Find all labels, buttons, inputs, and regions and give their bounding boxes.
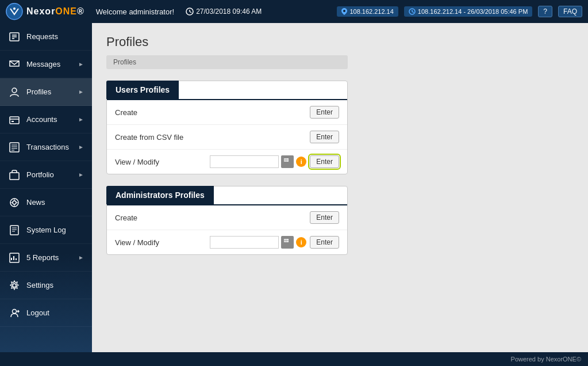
- footer-text: Powered by NexorONE©: [511, 356, 581, 363]
- admin-create-label: Create: [115, 214, 310, 222]
- create-label: Create: [115, 108, 310, 117]
- svg-rect-29: [10, 226, 18, 235]
- sidebar-item-portfolio[interactable]: Portfolio ►: [0, 161, 92, 189]
- header-ip: 108.162.212.14: [337, 6, 398, 17]
- table-row: View / Modify i Enter: [107, 230, 347, 254]
- content-area: Profiles Profiles Users Profiles Create …: [92, 23, 588, 352]
- header-session: 108.162.212.14 - 26/03/2018 05:46 PM: [404, 6, 532, 17]
- logo-text: NexorONE®: [26, 6, 84, 17]
- view-modify-input[interactable]: [210, 155, 279, 168]
- admin-view-modify-search-icon[interactable]: [281, 236, 294, 249]
- admin-profiles-header: Administrators Profiles: [106, 186, 214, 204]
- svg-rect-17: [10, 143, 19, 152]
- sidebar-label-logout: Logout: [26, 308, 84, 317]
- session-text: 108.162.212.14 - 26/03/2018 05:46 PM: [418, 8, 528, 15]
- table-row: Create Enter: [107, 205, 347, 230]
- svg-rect-14: [10, 117, 19, 124]
- reports-arrow-icon: ►: [78, 254, 84, 261]
- accounts-icon: [8, 113, 21, 126]
- svg-rect-22: [10, 173, 19, 180]
- header: NexorONE® Welcome administrator! 27/03/2…: [0, 0, 588, 23]
- transactions-icon: [8, 141, 21, 154]
- users-profiles-section: Users Profiles Create Enter Create from …: [106, 81, 348, 174]
- sidebar-item-transactions[interactable]: Transactions ►: [0, 134, 92, 161]
- system-log-icon: [8, 224, 21, 237]
- sidebar-label-system-log: System Log: [26, 226, 84, 234]
- svg-point-38: [13, 309, 17, 313]
- messages-icon: [8, 58, 21, 71]
- admin-view-modify-input[interactable]: [210, 236, 279, 249]
- sidebar-item-logout[interactable]: Logout: [0, 299, 92, 327]
- svg-line-4: [190, 12, 191, 13]
- logo-area: NexorONE®: [6, 3, 84, 20]
- svg-rect-16: [11, 121, 14, 122]
- main-layout: Requests Messages ► Profiles ► Accounts …: [0, 23, 588, 352]
- admin-view-modify-label: View / Modify: [115, 238, 210, 247]
- accounts-arrow-icon: ►: [78, 116, 84, 123]
- sidebar-label-profiles: Profiles: [26, 87, 78, 96]
- users-view-modify-enter-button[interactable]: Enter: [310, 155, 339, 168]
- sidebar-label-settings: Settings: [26, 281, 84, 289]
- sidebar-label-messages: Messages: [26, 60, 78, 68]
- users-create-csv-enter-button[interactable]: Enter: [310, 131, 339, 143]
- sidebar-item-reports[interactable]: 5 Reports ►: [0, 244, 92, 272]
- header-datetime: 27/03/2018 09:46 AM: [196, 7, 262, 16]
- sidebar-label-accounts: Accounts: [26, 115, 78, 124]
- logout-icon: [8, 307, 21, 319]
- svg-point-37: [13, 284, 16, 287]
- users-profiles-header: Users Profiles: [106, 81, 179, 99]
- admin-profiles-header-wrapper: Administrators Profiles: [107, 186, 347, 205]
- table-row: Create from CSV file Enter: [107, 125, 347, 150]
- view-modify-label: View / Modify: [115, 158, 210, 166]
- svg-point-24: [13, 201, 16, 204]
- location-icon: [341, 8, 347, 15]
- sidebar-item-profiles[interactable]: Profiles ►: [0, 78, 92, 106]
- users-profiles-header-wrapper: Users Profiles: [107, 81, 347, 100]
- sidebar-item-accounts[interactable]: Accounts ►: [0, 106, 92, 134]
- profiles-icon: [8, 86, 21, 98]
- requests-icon: [8, 30, 21, 43]
- sidebar-item-news[interactable]: News: [0, 189, 92, 216]
- create-csv-label: Create from CSV file: [115, 133, 310, 142]
- sidebar-item-messages[interactable]: Messages ►: [0, 51, 92, 78]
- page-title: Profiles: [106, 35, 574, 49]
- svg-point-5: [343, 10, 345, 12]
- admin-create-enter-button[interactable]: Enter: [310, 211, 339, 224]
- messages-arrow-icon: ►: [78, 61, 84, 67]
- settings-icon: [8, 279, 21, 292]
- session-icon: [409, 8, 416, 15]
- faq-button[interactable]: FAQ: [558, 6, 582, 17]
- users-create-enter-button[interactable]: Enter: [310, 106, 339, 119]
- admin-profiles-section: Administrators Profiles Create Enter Vie…: [106, 186, 348, 255]
- sidebar-label-news: News: [26, 198, 84, 207]
- sidebar-item-system-log[interactable]: System Log: [0, 216, 92, 244]
- news-icon: [8, 196, 21, 209]
- transactions-arrow-icon: ►: [78, 144, 84, 150]
- svg-point-13: [12, 88, 17, 93]
- sidebar-label-requests: Requests: [26, 32, 84, 41]
- profiles-arrow-icon: ►: [78, 89, 84, 95]
- portfolio-icon: [8, 169, 21, 181]
- table-row: View / Modify i Enter: [107, 150, 347, 174]
- svg-point-0: [6, 3, 22, 20]
- sidebar: Requests Messages ► Profiles ► Accounts …: [0, 23, 92, 352]
- sidebar-label-reports: 5 Reports: [26, 253, 78, 262]
- ip-text: 108.162.212.14: [349, 8, 393, 15]
- header-time: 27/03/2018 09:46 AM: [186, 7, 262, 16]
- svg-line-8: [412, 12, 414, 13]
- header-welcome: Welcome administrator!: [96, 7, 174, 16]
- admin-view-modify-enter-button[interactable]: Enter: [310, 236, 339, 249]
- help-button[interactable]: ?: [538, 6, 552, 17]
- svg-point-1: [13, 7, 16, 10]
- clock-icon: [186, 7, 194, 16]
- sidebar-item-settings[interactable]: Settings: [0, 272, 92, 299]
- admin-view-modify-info-icon[interactable]: i: [296, 237, 306, 247]
- sidebar-label-transactions: Transactions: [26, 143, 78, 151]
- view-modify-search-icon[interactable]: [281, 155, 294, 168]
- logo-icon: [6, 3, 23, 20]
- sidebar-item-requests[interactable]: Requests: [0, 23, 92, 51]
- table-row: Create Enter: [107, 100, 347, 125]
- view-modify-info-icon[interactable]: i: [296, 157, 306, 167]
- sidebar-label-portfolio: Portfolio: [26, 170, 78, 179]
- footer: Powered by NexorONE©: [0, 352, 588, 366]
